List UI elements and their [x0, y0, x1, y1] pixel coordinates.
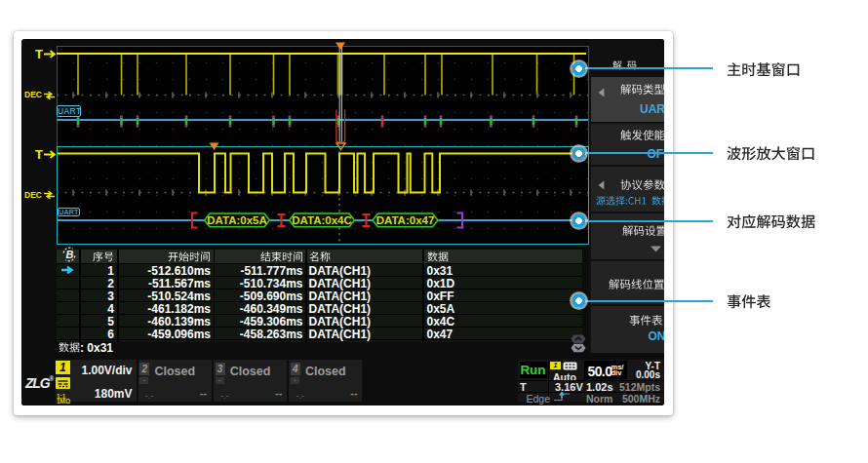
svg-text:DATA:0x4C: DATA:0x4C — [292, 214, 352, 226]
svg-text:B: B — [66, 249, 74, 260]
svg-text:DATA:0x5A: DATA:0x5A — [207, 214, 267, 226]
svg-text:DATA:0x47: DATA:0x47 — [376, 214, 435, 226]
